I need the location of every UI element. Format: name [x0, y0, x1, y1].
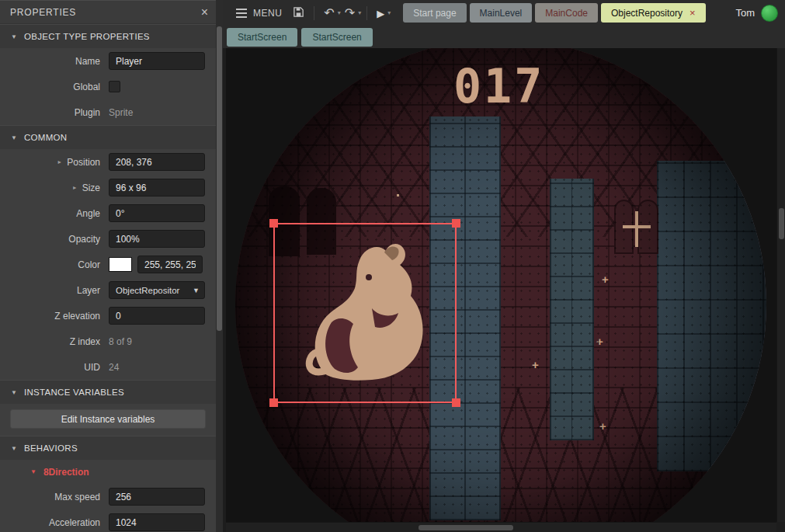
- property-row-size: Size: [0, 175, 216, 200]
- layer-dropdown[interactable]: ObjectRepositor: [109, 281, 205, 299]
- layout-canvas[interactable]: 017: [226, 48, 776, 522]
- property-row-acceleration: Acceleration: [0, 509, 216, 532]
- section-header-instance-variables[interactable]: INSTANCE VARIABLES: [0, 380, 216, 404]
- preview-play-icon[interactable]: [373, 7, 388, 19]
- property-row-opacity: Opacity: [0, 226, 216, 252]
- property-row-angle: Angle: [0, 200, 216, 226]
- selection-handle-bottom-right[interactable]: [452, 398, 460, 407]
- save-icon[interactable]: [289, 6, 308, 20]
- property-row-position: Position: [0, 149, 216, 175]
- property-row-z-index: Z index 8 of 9: [0, 329, 216, 354]
- uid-value: 24: [109, 362, 119, 373]
- property-row-layer: Layer ObjectRepositor: [0, 277, 216, 303]
- toolbar-separator: [314, 6, 314, 20]
- collapse-triangle-icon: [11, 33, 17, 40]
- expand-arrow-icon[interactable]: [72, 185, 78, 190]
- properties-panel-title: PROPERTIES: [10, 7, 76, 18]
- canvas-horizontal-scrollbar[interactable]: [226, 522, 776, 532]
- scene-wall-right: [657, 161, 766, 471]
- horizontal-scrollbar-thumb[interactable]: [419, 525, 513, 530]
- preview-dropdown-icon[interactable]: [387, 9, 391, 16]
- collapse-triangle-icon: [11, 389, 17, 396]
- property-row-uid: UID 24: [0, 354, 216, 380]
- tab-start-page[interactable]: Start page: [403, 3, 466, 23]
- property-row-color: Color: [0, 252, 216, 277]
- collapse-triangle-icon: [30, 468, 36, 475]
- properties-panel: PROPERTIES OBJECT TYPE PROPERTIES Name G…: [0, 0, 216, 532]
- hamburger-icon: [236, 9, 247, 18]
- scene-dot: [397, 194, 399, 196]
- expand-arrow-icon[interactable]: [57, 159, 62, 165]
- selection-handle-top-left[interactable]: [269, 219, 278, 228]
- property-row-name: Name: [0, 48, 216, 74]
- canvas-vertical-scrollbar[interactable]: [776, 48, 785, 522]
- plugin-value: Sprite: [109, 107, 133, 118]
- properties-panel-header: PROPERTIES: [0, 1, 216, 24]
- property-row-z-elevation: Z elevation: [0, 303, 216, 329]
- acceleration-input[interactable]: [109, 513, 205, 531]
- user-avatar[interactable]: [761, 5, 778, 22]
- tab-mainlevel[interactable]: MainLevel: [470, 3, 533, 23]
- max-speed-input[interactable]: [109, 488, 205, 506]
- redo-dropdown-icon[interactable]: [358, 9, 361, 16]
- behavior-8direction[interactable]: 8Direction: [0, 460, 216, 484]
- size-input[interactable]: [109, 179, 205, 196]
- toolbar: MENU Start page MainLevel MainCode Objec…: [223, 0, 785, 48]
- user-name: Tom: [735, 7, 755, 19]
- construct-editor-window: PROPERTIES OBJECT TYPE PROPERTIES Name G…: [0, 0, 785, 532]
- frame-counter-text: 017: [453, 59, 544, 113]
- property-row-plugin: Plugin Sprite: [0, 99, 216, 125]
- position-input[interactable]: [109, 153, 205, 171]
- toolbar-row-main: MENU Start page MainLevel MainCode Objec…: [223, 0, 785, 26]
- property-row-max-speed: Max speed: [0, 484, 216, 509]
- scene-pillar-right: [550, 179, 594, 440]
- selection-box[interactable]: [273, 223, 457, 403]
- z-index-value: 8 of 9: [109, 336, 132, 347]
- editor-tabs: Start page MainLevel MainCode ObjectRepo…: [403, 3, 705, 23]
- cross-sprite-large[interactable]: [623, 211, 651, 247]
- cross-sprite[interactable]: [599, 420, 606, 432]
- color-swatch[interactable]: [109, 257, 132, 272]
- toolbar-row-layouts: StartScreen StartScreen: [223, 26, 785, 48]
- vertical-scrollbar-thumb[interactable]: [779, 208, 784, 239]
- close-tab-icon[interactable]: [689, 8, 696, 18]
- section-header-object-type-properties[interactable]: OBJECT TYPE PROPERTIES: [0, 24, 216, 48]
- collapse-triangle-icon: [11, 445, 17, 452]
- layout-tab-startscreen-1[interactable]: StartScreen: [227, 28, 297, 47]
- name-input[interactable]: [109, 52, 205, 70]
- collapse-triangle-icon: [11, 134, 17, 141]
- cross-sprite[interactable]: [596, 336, 603, 347]
- chevron-down-icon: [193, 287, 200, 294]
- properties-scrollbar-thumb[interactable]: [217, 26, 222, 331]
- undo-icon[interactable]: [320, 7, 338, 19]
- selection-handle-top-right[interactable]: [452, 219, 460, 228]
- menu-button[interactable]: MENU: [229, 3, 289, 23]
- section-header-behaviors[interactable]: BEHAVIORS: [0, 436, 216, 460]
- tab-objectrepository[interactable]: ObjectRepository: [601, 3, 706, 23]
- z-elevation-input[interactable]: [109, 307, 205, 325]
- selection-handle-bottom-left[interactable]: [269, 398, 278, 407]
- section-header-common[interactable]: COMMON: [0, 125, 216, 149]
- close-icon[interactable]: [201, 6, 208, 19]
- opacity-input[interactable]: [109, 230, 205, 248]
- edit-instance-variables-button[interactable]: Edit Instance variables: [10, 409, 206, 429]
- redo-icon[interactable]: [341, 7, 359, 19]
- tab-maincode[interactable]: MainCode: [535, 3, 598, 23]
- global-checkbox[interactable]: [109, 81, 120, 92]
- scene-room: 017: [235, 48, 766, 522]
- toolbar-separator: [366, 6, 367, 20]
- properties-scrollbar[interactable]: [216, 0, 223, 532]
- user-area: Tom: [735, 5, 785, 22]
- layout-tab-startscreen-2[interactable]: StartScreen: [301, 28, 372, 47]
- angle-input[interactable]: [109, 204, 205, 222]
- color-input[interactable]: [137, 256, 203, 273]
- cross-sprite[interactable]: [602, 273, 609, 285]
- cross-sprite[interactable]: [532, 359, 539, 370]
- property-row-global: Global: [0, 74, 216, 99]
